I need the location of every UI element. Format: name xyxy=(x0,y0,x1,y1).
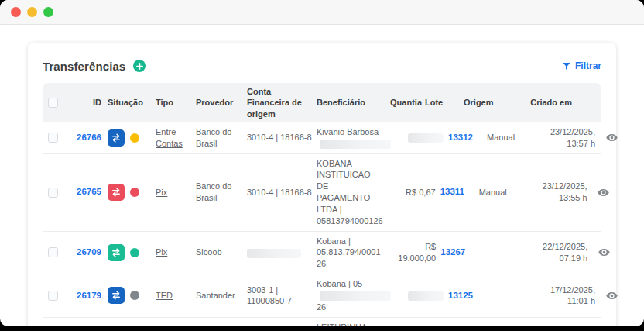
amount-cell xyxy=(394,132,445,143)
transfer-type-cell: Pix xyxy=(156,187,193,198)
transfer-type-cell: Pix xyxy=(156,247,193,258)
batch-cell: 13312 xyxy=(448,132,484,144)
provider-cell: Santander xyxy=(196,290,244,302)
created-at-cell: 22/12/2025, 07:19 h xyxy=(521,241,587,264)
table-row: 26150 Pix Banco Inter LEITURINHA S.A. | … xyxy=(43,318,601,326)
eye-icon xyxy=(605,131,618,144)
amount-value: R$ 19.000,00 xyxy=(398,242,436,263)
filter-button[interactable]: Filtrar xyxy=(562,60,601,71)
close-window-button[interactable] xyxy=(11,7,21,17)
filter-label: Filtrar xyxy=(575,60,601,71)
source-account-cell: 3010-4 | 18166-8 xyxy=(247,132,313,143)
actions-cell xyxy=(598,288,625,304)
table-row: 26766 Entre Contas Banco do Brasil 3010-… xyxy=(43,122,601,154)
table-body: 26766 Entre Contas Banco do Brasil 3010-… xyxy=(43,122,601,326)
redacted-quantia xyxy=(408,133,444,143)
origin-cell: Manual xyxy=(479,187,518,198)
view-transfer-button[interactable] xyxy=(596,244,612,260)
page-title: Transferências xyxy=(43,60,125,73)
swap-icon xyxy=(108,244,125,261)
batch-cell: 13311 xyxy=(440,186,476,198)
row-checkbox[interactable] xyxy=(48,133,58,143)
column-header-quantia: Quantia xyxy=(371,97,422,108)
actions-cell xyxy=(598,129,625,146)
window-titlebar xyxy=(0,0,644,25)
batch-link[interactable]: 13312 xyxy=(448,133,473,142)
eye-icon xyxy=(605,289,618,302)
eye-icon xyxy=(598,246,611,259)
source-account-value: 3010-4 | 18166-8 xyxy=(247,133,312,142)
source-account-value: 3003-1 | 11000850-7 xyxy=(247,285,292,306)
row-checkbox[interactable] xyxy=(48,247,58,257)
swap-icon xyxy=(108,184,125,201)
transfer-type-cell: Entre Contas xyxy=(156,126,193,150)
redacted-quantia xyxy=(408,291,444,301)
transfer-type-link[interactable]: Pix xyxy=(156,247,167,257)
column-header-provedor: Provedor xyxy=(196,97,244,108)
table-row: 26709 Pix Sicoob Kobana | 05.813.794/000… xyxy=(43,232,601,275)
eye-icon xyxy=(597,186,610,199)
transfer-type-link[interactable]: TED xyxy=(156,291,173,300)
redacted-beneficiario xyxy=(320,291,391,301)
transfer-id-link[interactable]: 26179 xyxy=(69,290,104,302)
redacted-beneficiario xyxy=(320,140,391,149)
column-header-criado-em: Criado em xyxy=(505,97,572,108)
transfer-id-link[interactable]: 26766 xyxy=(69,132,104,144)
batch-cell: 13267 xyxy=(440,247,476,259)
transfer-id-link[interactable]: 26765 xyxy=(69,186,104,198)
batch-link[interactable]: 13125 xyxy=(448,291,473,300)
beneficiary-value: LEITURINHA S.A. | 210432820001-84 xyxy=(317,322,376,326)
provider-cell: Sicoob xyxy=(196,247,244,258)
row-checkbox[interactable] xyxy=(48,291,58,301)
table-row: 26179 TED Santander 3003-1 | 11000850-7 … xyxy=(43,274,601,318)
card-header: Transferências Filtrar xyxy=(43,43,601,83)
view-transfer-button[interactable] xyxy=(604,288,620,304)
column-header-conta: Conta Financeira de origem xyxy=(247,86,313,119)
amount-cell: R$ 0,67 xyxy=(386,187,437,198)
created-at-cell: 23/12/2025, 13:57 h xyxy=(529,126,595,150)
beneficiary-value: KOBANA INSTITUICAO DE PAGAMENTO LTDA | 0… xyxy=(317,159,383,226)
minimize-window-button[interactable] xyxy=(27,7,37,17)
select-all-checkbox[interactable] xyxy=(48,98,58,108)
view-transfer-button[interactable] xyxy=(595,184,611,201)
swap-icon xyxy=(108,129,125,147)
column-header-situacao: Situação xyxy=(108,97,152,108)
status-dot xyxy=(130,248,139,257)
status-cell xyxy=(108,184,152,201)
transfer-type-link[interactable]: Entre Contas xyxy=(156,127,183,148)
amount-value: R$ 0,67 xyxy=(406,188,436,197)
actions-cell xyxy=(591,244,617,260)
transfer-id-link[interactable]: 26709 xyxy=(69,247,104,259)
column-header-id: ID xyxy=(69,97,104,108)
row-checkbox[interactable] xyxy=(48,188,58,198)
status-dot xyxy=(130,291,139,300)
filter-funnel-icon xyxy=(562,61,571,71)
created-at-cell: 17/12/2025, 11:01 h xyxy=(529,284,595,308)
beneficiary-cell: Kobana | 05.813.794/0001-26 xyxy=(317,236,383,271)
beneficiary-value: Kobana | 05 xyxy=(317,279,362,288)
table-header-row: ID Situação Tipo Provedor Conta Financei… xyxy=(43,83,601,122)
transfer-type-link[interactable]: Pix xyxy=(156,188,167,197)
source-account-value: 3010-4 | 18166-8 xyxy=(247,188,312,197)
status-cell xyxy=(108,244,152,261)
add-transfer-button[interactable] xyxy=(133,60,146,72)
batch-cell: 13125 xyxy=(448,290,484,302)
maximize-window-button[interactable] xyxy=(43,7,53,17)
column-header-beneficiario: Beneficiário xyxy=(317,97,368,108)
status-cell xyxy=(108,287,152,304)
batch-link[interactable]: 13311 xyxy=(440,187,464,196)
transfer-type-cell: TED xyxy=(156,290,193,302)
batch-link[interactable]: 13267 xyxy=(440,247,465,257)
provider-cell: Banco do Brasil xyxy=(196,126,244,150)
amount-cell: R$ 19.000,00 xyxy=(386,241,437,264)
column-header-lote: Lote xyxy=(425,97,461,108)
source-account-cell: 3003-1 | 11000850-7 xyxy=(247,284,313,308)
created-at-cell: 23/12/2025, 13:55 h xyxy=(521,181,587,204)
source-account-cell xyxy=(247,247,313,258)
beneficiary-suffix: 26 xyxy=(317,302,326,312)
column-header-origem: Origem xyxy=(464,97,502,108)
beneficiary-cell: KOBANA INSTITUICAO DE PAGAMENTO LTDA | 0… xyxy=(317,158,383,227)
redacted-conta xyxy=(247,249,301,258)
view-transfer-button[interactable] xyxy=(604,129,620,146)
beneficiary-cell: Kivanio Barbosa xyxy=(317,126,391,150)
